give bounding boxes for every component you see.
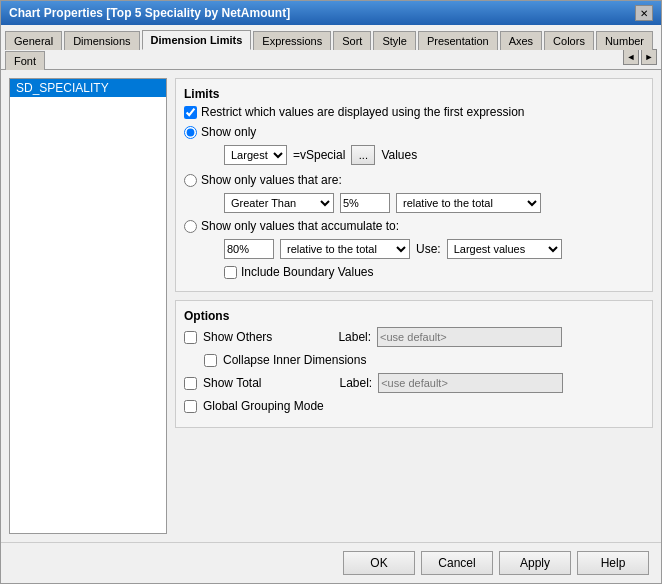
collapse-checkbox[interactable] (204, 354, 217, 367)
show-others-label: Show Others (203, 330, 272, 344)
tab-axes[interactable]: Axes (500, 31, 542, 50)
footer: OK Cancel Apply Help (1, 542, 661, 583)
show-only-row: Show only (184, 125, 644, 139)
global-grouping-label: Global Grouping Mode (203, 399, 324, 413)
accumulate-radio-row: Show only values that accumulate to: (184, 219, 644, 233)
options-section: Options Show Others Label: Collapse Inne… (175, 300, 653, 428)
tab-expressions[interactable]: Expressions (253, 31, 331, 50)
tab-colors[interactable]: Colors (544, 31, 594, 50)
limits-section: Limits Restrict which values are display… (175, 78, 653, 292)
restrict-label: Restrict which values are displayed usin… (201, 105, 524, 119)
show-only-radio[interactable] (184, 126, 197, 139)
dimension-list: SD_SPECIALITY (9, 78, 167, 534)
boundary-row: Include Boundary Values (224, 265, 644, 279)
limits-title: Limits (184, 87, 644, 101)
tab-style[interactable]: Style (373, 31, 415, 50)
accumulate-radio[interactable] (184, 220, 197, 233)
tab-dimensions[interactable]: Dimensions (64, 31, 139, 50)
boundary-label: Include Boundary Values (241, 265, 374, 279)
percentage-input[interactable] (340, 193, 390, 213)
values-that-are-radio-row: Show only values that are: (184, 173, 644, 187)
tab-font[interactable]: Font (5, 51, 45, 70)
largest-dropdown[interactable]: Largest (224, 145, 287, 165)
dimension-list-item[interactable]: SD_SPECIALITY (10, 79, 166, 97)
accumulate-label: Show only values that accumulate to: (201, 219, 399, 233)
greater-than-dropdown[interactable]: Greater Than (224, 193, 334, 213)
accumulate-values-row: relative to the total Use: Largest value… (224, 239, 644, 259)
boundary-checkbox[interactable] (224, 266, 237, 279)
show-others-checkbox[interactable] (184, 331, 197, 344)
apply-button[interactable]: Apply (499, 551, 571, 575)
help-button[interactable]: Help (577, 551, 649, 575)
show-total-label: Show Total (203, 376, 261, 390)
show-others-row: Show Others Label: (184, 327, 644, 347)
tab-number[interactable]: Number (596, 31, 653, 50)
collapse-label: Collapse Inner Dimensions (223, 353, 366, 367)
values-label: Values (381, 148, 417, 162)
values-that-are-radio[interactable] (184, 174, 197, 187)
content-area: SD_SPECIALITY Limits Restrict which valu… (1, 70, 661, 542)
close-button[interactable]: ✕ (635, 5, 653, 21)
title-bar: Chart Properties [Top 5 Speciality by Ne… (1, 1, 661, 25)
show-only-values-row: Largest =vSpecial ... Values (224, 145, 644, 165)
show-total-checkbox[interactable] (184, 377, 197, 390)
global-grouping-row: Global Grouping Mode (184, 399, 644, 413)
restrict-checkbox[interactable] (184, 106, 197, 119)
accumulate-relative-dropdown[interactable]: relative to the total (280, 239, 410, 259)
right-panel: Limits Restrict which values are display… (175, 78, 653, 534)
show-only-label: Show only (201, 125, 256, 139)
tabs-bar: General Dimensions Dimension Limits Expr… (1, 25, 661, 70)
tab-dimension-limits[interactable]: Dimension Limits (142, 30, 252, 50)
accumulate-input[interactable] (224, 239, 274, 259)
window-title: Chart Properties [Top 5 Speciality by Ne… (9, 6, 290, 20)
tab-sort[interactable]: Sort (333, 31, 371, 50)
largest-values-dropdown[interactable]: Largest values (447, 239, 562, 259)
others-label-input[interactable] (377, 327, 562, 347)
restrict-checkbox-row: Restrict which values are displayed usin… (184, 105, 644, 119)
greater-than-row: Greater Than relative to the total (224, 193, 644, 213)
tab-next-button[interactable]: ► (641, 49, 657, 65)
expression-text: =vSpecial (293, 148, 345, 162)
cancel-button[interactable]: Cancel (421, 551, 493, 575)
tab-presentation[interactable]: Presentation (418, 31, 498, 50)
total-label-input[interactable] (378, 373, 563, 393)
total-label-text: Label: (339, 376, 372, 390)
values-that-are-label: Show only values that are: (201, 173, 342, 187)
show-total-row: Show Total Label: (184, 373, 644, 393)
options-title: Options (184, 309, 644, 323)
ok-button[interactable]: OK (343, 551, 415, 575)
relative-dropdown[interactable]: relative to the total (396, 193, 541, 213)
title-bar-controls: ✕ (635, 5, 653, 21)
collapse-row: Collapse Inner Dimensions (204, 353, 644, 367)
tab-nav-arrows: ◄ ► (623, 49, 657, 69)
tab-prev-button[interactable]: ◄ (623, 49, 639, 65)
use-label: Use: (416, 242, 441, 256)
global-grouping-checkbox[interactable] (184, 400, 197, 413)
expression-button[interactable]: ... (351, 145, 375, 165)
others-label-text: Label: (338, 330, 371, 344)
tab-general[interactable]: General (5, 31, 62, 50)
